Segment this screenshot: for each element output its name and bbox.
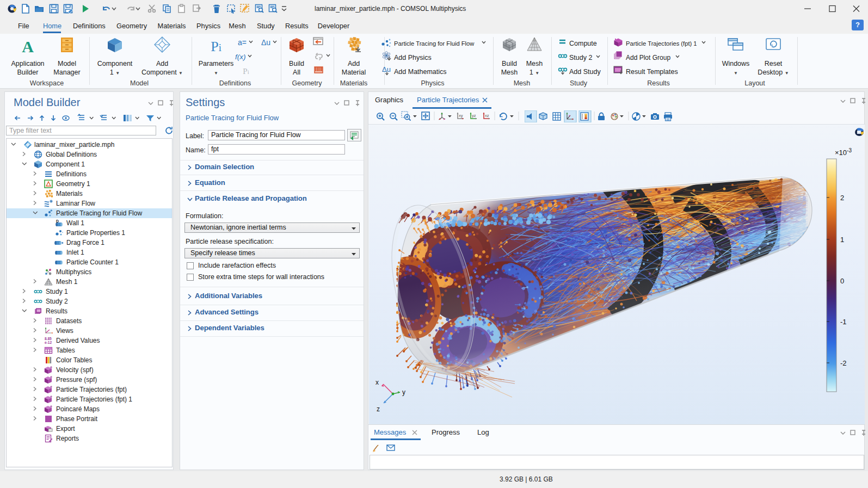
svg-text:Result Templates: Result Templates <box>626 68 678 76</box>
svg-text:e-12: e-12 <box>45 341 52 344</box>
svg-text:Study 2: Study 2 <box>569 54 592 61</box>
svg-text:yz: yz <box>472 113 476 118</box>
svg-text:×10-3: ×10-3 <box>835 147 852 157</box>
svg-text:Compute: Compute <box>569 40 597 47</box>
svg-text:Add Plot Group: Add Plot Group <box>626 54 670 61</box>
svg-text:a=: a= <box>238 38 247 47</box>
svg-text:-2: -2 <box>840 359 847 367</box>
svg-text:-1: -1 <box>840 318 847 326</box>
svg-text:D: D <box>56 219 59 223</box>
svg-text:Δu: Δu <box>382 65 391 73</box>
svg-text:2: 2 <box>840 194 844 202</box>
svg-text:y: y <box>402 388 405 396</box>
svg-text:f(x): f(x) <box>235 53 246 61</box>
svg-text:Add Study: Add Study <box>569 68 601 76</box>
svg-text:z: z <box>377 405 380 413</box>
svg-text:xz: xz <box>485 113 489 118</box>
svg-text:0: 0 <box>840 277 844 285</box>
svg-text:Pi: Pi <box>243 67 249 76</box>
svg-text:Add Mathematics: Add Mathematics <box>394 68 447 76</box>
svg-text:Particle Tracing for Fluid Flo: Particle Tracing for Fluid Flow <box>394 40 475 47</box>
svg-text:8.85: 8.85 <box>45 337 52 341</box>
svg-text:x: x <box>375 379 379 386</box>
svg-text:Δu: Δu <box>261 38 270 47</box>
svg-text:Particle Trajectories (fpt) 1: Particle Trajectories (fpt) 1 <box>626 40 697 47</box>
svg-text:Add Physics: Add Physics <box>394 54 432 61</box>
svg-text:xy: xy <box>459 113 463 118</box>
svg-text:1: 1 <box>840 236 844 244</box>
